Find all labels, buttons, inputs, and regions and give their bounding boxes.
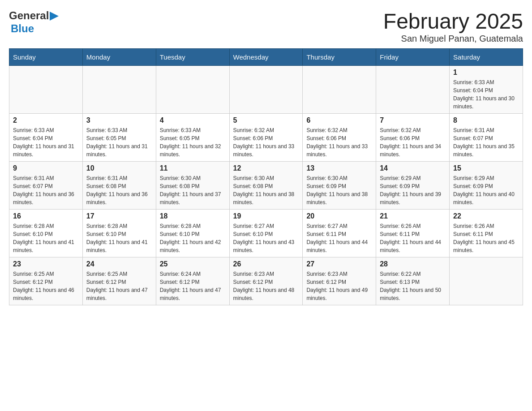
calendar-cell: 28Sunrise: 6:22 AMSunset: 6:13 PMDayligh…	[376, 257, 450, 305]
day-number: 5	[233, 116, 299, 124]
day-info: Sunrise: 6:31 AMSunset: 6:07 PMDaylight:…	[13, 174, 79, 206]
day-number: 24	[86, 260, 152, 268]
calendar-cell: 1Sunrise: 6:33 AMSunset: 6:04 PMDaylight…	[450, 66, 523, 114]
day-info: Sunrise: 6:25 AMSunset: 6:12 PMDaylight:…	[13, 270, 79, 302]
day-number: 8	[453, 116, 519, 124]
calendar-cell: 14Sunrise: 6:29 AMSunset: 6:09 PMDayligh…	[376, 162, 450, 210]
day-info: Sunrise: 6:27 AMSunset: 6:10 PMDaylight:…	[233, 222, 299, 254]
day-number: 19	[233, 212, 299, 220]
day-info: Sunrise: 6:30 AMSunset: 6:08 PMDaylight:…	[233, 174, 299, 206]
logo-arrow-icon	[50, 12, 59, 22]
week-row-5: 23Sunrise: 6:25 AMSunset: 6:12 PMDayligh…	[9, 257, 523, 305]
page-header: General Blue February 2025 San Miguel Pa…	[9, 9, 523, 44]
day-number: 23	[13, 260, 79, 268]
calendar-cell	[9, 66, 83, 114]
col-header-monday: Monday	[82, 49, 156, 66]
day-info: Sunrise: 6:26 AMSunset: 6:11 PMDaylight:…	[380, 222, 446, 254]
calendar-cell: 5Sunrise: 6:32 AMSunset: 6:06 PMDaylight…	[229, 114, 303, 162]
calendar-cell: 24Sunrise: 6:25 AMSunset: 6:12 PMDayligh…	[82, 257, 156, 305]
week-row-3: 9Sunrise: 6:31 AMSunset: 6:07 PMDaylight…	[9, 162, 523, 210]
day-number: 17	[86, 212, 152, 220]
calendar-cell: 12Sunrise: 6:30 AMSunset: 6:08 PMDayligh…	[229, 162, 303, 210]
day-info: Sunrise: 6:31 AMSunset: 6:07 PMDaylight:…	[453, 126, 519, 158]
day-number: 28	[380, 260, 446, 268]
day-info: Sunrise: 6:24 AMSunset: 6:12 PMDaylight:…	[160, 270, 226, 302]
day-info: Sunrise: 6:23 AMSunset: 6:12 PMDaylight:…	[306, 270, 372, 302]
day-info: Sunrise: 6:33 AMSunset: 6:04 PMDaylight:…	[453, 78, 519, 111]
calendar-cell: 6Sunrise: 6:32 AMSunset: 6:06 PMDaylight…	[303, 114, 376, 162]
calendar-cell	[303, 66, 376, 114]
day-info: Sunrise: 6:30 AMSunset: 6:09 PMDaylight:…	[306, 174, 372, 206]
day-number: 18	[160, 212, 226, 220]
calendar-cell	[229, 66, 303, 114]
day-info: Sunrise: 6:29 AMSunset: 6:09 PMDaylight:…	[453, 174, 519, 206]
day-number: 11	[160, 164, 226, 172]
calendar-cell: 10Sunrise: 6:31 AMSunset: 6:08 PMDayligh…	[82, 162, 156, 210]
calendar-cell: 13Sunrise: 6:30 AMSunset: 6:09 PMDayligh…	[303, 162, 376, 210]
day-number: 20	[306, 212, 372, 220]
calendar-cell: 17Sunrise: 6:28 AMSunset: 6:10 PMDayligh…	[82, 210, 156, 257]
day-info: Sunrise: 6:32 AMSunset: 6:06 PMDaylight:…	[380, 126, 446, 158]
day-info: Sunrise: 6:33 AMSunset: 6:05 PMDaylight:…	[160, 126, 226, 158]
day-info: Sunrise: 6:22 AMSunset: 6:13 PMDaylight:…	[380, 270, 446, 302]
col-header-wednesday: Wednesday	[229, 49, 303, 66]
calendar-cell	[376, 66, 450, 114]
col-header-saturday: Saturday	[450, 49, 523, 66]
day-info: Sunrise: 6:23 AMSunset: 6:12 PMDaylight:…	[233, 270, 299, 302]
day-number: 27	[306, 260, 372, 268]
calendar-cell: 18Sunrise: 6:28 AMSunset: 6:10 PMDayligh…	[156, 210, 229, 257]
day-info: Sunrise: 6:30 AMSunset: 6:08 PMDaylight:…	[160, 174, 226, 206]
day-number: 10	[86, 164, 152, 172]
day-number: 26	[233, 260, 299, 268]
calendar-cell	[82, 66, 156, 114]
logo-general-text: General	[9, 9, 49, 22]
day-number: 22	[453, 212, 519, 220]
title-block: February 2025 San Miguel Panan, Guatemal…	[383, 9, 523, 44]
day-info: Sunrise: 6:33 AMSunset: 6:05 PMDaylight:…	[86, 126, 152, 158]
day-info: Sunrise: 6:32 AMSunset: 6:06 PMDaylight:…	[306, 126, 372, 158]
calendar-cell: 16Sunrise: 6:28 AMSunset: 6:10 PMDayligh…	[9, 210, 83, 257]
calendar-cell	[156, 66, 229, 114]
calendar-table: SundayMondayTuesdayWednesdayThursdayFrid…	[9, 48, 523, 305]
day-info: Sunrise: 6:28 AMSunset: 6:10 PMDaylight:…	[13, 222, 79, 254]
calendar-cell: 25Sunrise: 6:24 AMSunset: 6:12 PMDayligh…	[156, 257, 229, 305]
logo-blue-text: Blue	[11, 22, 34, 34]
day-info: Sunrise: 6:33 AMSunset: 6:04 PMDaylight:…	[13, 126, 79, 158]
day-number: 25	[160, 260, 226, 268]
day-number: 21	[380, 212, 446, 220]
calendar-cell: 23Sunrise: 6:25 AMSunset: 6:12 PMDayligh…	[9, 257, 83, 305]
calendar-cell: 8Sunrise: 6:31 AMSunset: 6:07 PMDaylight…	[450, 114, 523, 162]
week-row-1: 1Sunrise: 6:33 AMSunset: 6:04 PMDaylight…	[9, 66, 523, 114]
col-header-friday: Friday	[376, 49, 450, 66]
day-number: 15	[453, 164, 519, 172]
calendar-cell: 9Sunrise: 6:31 AMSunset: 6:07 PMDaylight…	[9, 162, 83, 210]
day-info: Sunrise: 6:28 AMSunset: 6:10 PMDaylight:…	[86, 222, 152, 254]
calendar-cell: 4Sunrise: 6:33 AMSunset: 6:05 PMDaylight…	[156, 114, 229, 162]
calendar-cell: 15Sunrise: 6:29 AMSunset: 6:09 PMDayligh…	[450, 162, 523, 210]
col-header-tuesday: Tuesday	[156, 49, 229, 66]
week-row-2: 2Sunrise: 6:33 AMSunset: 6:04 PMDaylight…	[9, 114, 523, 162]
day-number: 12	[233, 164, 299, 172]
calendar-cell: 27Sunrise: 6:23 AMSunset: 6:12 PMDayligh…	[303, 257, 376, 305]
day-info: Sunrise: 6:26 AMSunset: 6:11 PMDaylight:…	[453, 222, 519, 254]
calendar-cell: 11Sunrise: 6:30 AMSunset: 6:08 PMDayligh…	[156, 162, 229, 210]
calendar-cell: 19Sunrise: 6:27 AMSunset: 6:10 PMDayligh…	[229, 210, 303, 257]
day-number: 16	[13, 212, 79, 220]
svg-marker-0	[50, 12, 59, 21]
day-number: 13	[306, 164, 372, 172]
day-info: Sunrise: 6:32 AMSunset: 6:06 PMDaylight:…	[233, 126, 299, 158]
calendar-cell: 7Sunrise: 6:32 AMSunset: 6:06 PMDaylight…	[376, 114, 450, 162]
day-number: 3	[86, 116, 152, 124]
calendar-cell: 2Sunrise: 6:33 AMSunset: 6:04 PMDaylight…	[9, 114, 83, 162]
calendar-cell: 22Sunrise: 6:26 AMSunset: 6:11 PMDayligh…	[450, 210, 523, 257]
day-info: Sunrise: 6:25 AMSunset: 6:12 PMDaylight:…	[86, 270, 152, 302]
page-subtitle: San Miguel Panan, Guatemala	[383, 34, 523, 44]
calendar-cell: 26Sunrise: 6:23 AMSunset: 6:12 PMDayligh…	[229, 257, 303, 305]
calendar-cell: 3Sunrise: 6:33 AMSunset: 6:05 PMDaylight…	[82, 114, 156, 162]
calendar-header-row: SundayMondayTuesdayWednesdayThursdayFrid…	[9, 49, 523, 66]
logo: General Blue	[9, 9, 59, 35]
calendar-cell: 21Sunrise: 6:26 AMSunset: 6:11 PMDayligh…	[376, 210, 450, 257]
day-number: 4	[160, 116, 226, 124]
page-title: February 2025	[383, 9, 523, 34]
col-header-thursday: Thursday	[303, 49, 376, 66]
